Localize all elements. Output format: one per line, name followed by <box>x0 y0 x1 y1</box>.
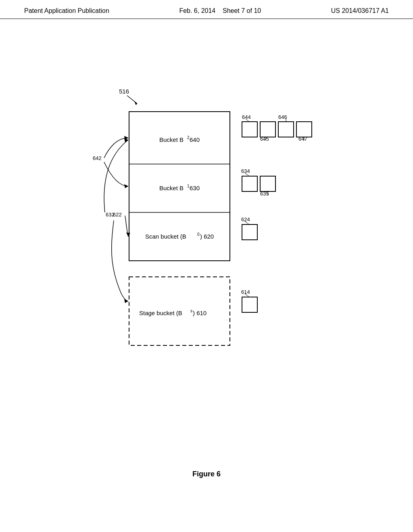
label-646: 646 <box>278 114 287 120</box>
svg-rect-23 <box>260 176 275 191</box>
svg-rect-14 <box>242 122 257 137</box>
svg-rect-26 <box>242 224 257 240</box>
svg-text:) 620: ) 620 <box>200 233 214 240</box>
svg-rect-22 <box>242 176 257 191</box>
stage-bucket-label: Stage bucket (B <box>139 310 182 316</box>
bucket-b2-label: Bucket B <box>159 136 184 143</box>
header-left: Patent Application Publication <box>24 7 109 15</box>
diagram-area: 516 Bucket B 2 640 Bucket B 1 630 Scan b… <box>0 19 413 503</box>
svg-text:0: 0 <box>197 232 200 237</box>
svg-text:640: 640 <box>190 136 200 143</box>
label-645: 645 <box>260 136 269 142</box>
svg-rect-17 <box>296 122 312 137</box>
diagram-svg: 516 Bucket B 2 640 Bucket B 1 630 Scan b… <box>0 19 413 503</box>
svg-rect-28 <box>242 297 257 312</box>
header-right: US 2014/036717 A1 <box>331 7 389 15</box>
header-center: Feb. 6, 2014 Sheet 7 of 10 <box>179 7 261 15</box>
svg-text:s: s <box>190 309 192 313</box>
scan-bucket-label: Scan bucket (B <box>145 233 186 240</box>
bucket-b1-label: Bucket B <box>159 185 184 191</box>
svg-text:630: 630 <box>190 185 200 191</box>
page-header: Patent Application Publication Feb. 6, 2… <box>0 0 413 19</box>
label-644: 644 <box>242 114 251 120</box>
svg-rect-15 <box>260 122 275 137</box>
label-635: 635 <box>260 191 269 197</box>
figure-label: Figure 6 <box>0 470 413 478</box>
svg-rect-16 <box>278 122 294 137</box>
label-647: 647 <box>298 136 307 142</box>
label-516: 516 <box>119 88 129 95</box>
svg-marker-31 <box>124 184 128 188</box>
label-642: 642 <box>93 155 102 161</box>
svg-marker-32 <box>126 233 130 237</box>
label-622: 622 <box>113 212 122 218</box>
svg-marker-33 <box>124 299 128 303</box>
svg-text:) 610: ) 610 <box>193 310 206 316</box>
